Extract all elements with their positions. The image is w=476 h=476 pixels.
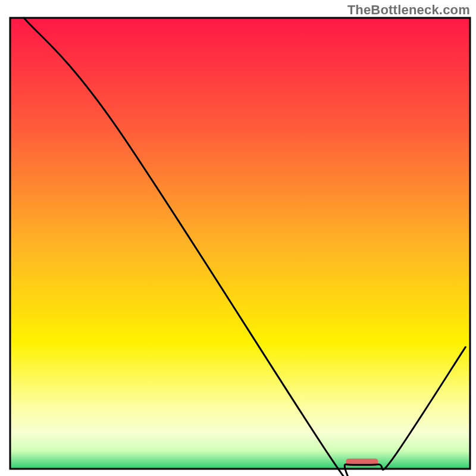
chart-container: TheBottleneck.com xyxy=(0,0,476,476)
bottleneck-chart xyxy=(0,0,476,476)
watermark-label: TheBottleneck.com xyxy=(347,2,470,18)
plot-background xyxy=(10,18,470,469)
